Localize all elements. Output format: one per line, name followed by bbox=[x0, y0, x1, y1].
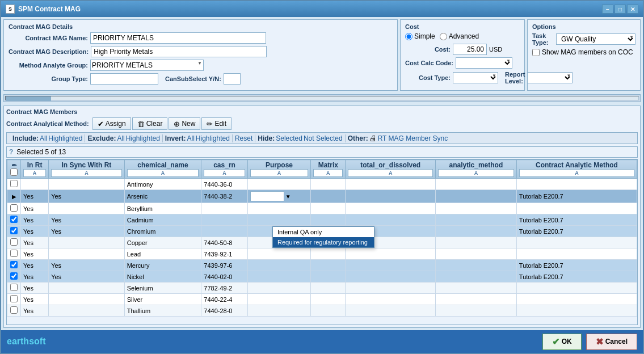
import-checkbox[interactable] bbox=[10, 284, 18, 291]
invert-all-link[interactable]: All bbox=[187, 134, 195, 142]
clear-button[interactable]: 🗑 Clear bbox=[132, 117, 168, 130]
chemical-filter[interactable]: A bbox=[127, 169, 199, 177]
purpose-cell[interactable]: ▼ bbox=[247, 190, 311, 203]
exclude-label: Exclude: bbox=[87, 134, 116, 142]
assign-icon: ✔ bbox=[98, 120, 104, 128]
task-type-select[interactable]: GW Quality bbox=[556, 33, 635, 45]
import-checkbox[interactable] bbox=[10, 261, 18, 268]
desc-input[interactable] bbox=[91, 46, 267, 57]
import-checkbox[interactable] bbox=[10, 295, 18, 302]
hide-selected-link[interactable]: Selected bbox=[276, 134, 302, 142]
table-row[interactable]: YesLead7439-92-1 bbox=[7, 248, 637, 260]
hide-not-selected-link[interactable]: Not Selected bbox=[304, 134, 343, 142]
options-section-title: Options bbox=[532, 23, 635, 30]
simple-radio-label[interactable]: Simple bbox=[405, 32, 435, 40]
import-checkbox[interactable] bbox=[10, 227, 18, 234]
in-sync-cell bbox=[49, 237, 125, 248]
selected-info-text: Selected 5 of 13 bbox=[16, 148, 66, 156]
in-rt-filter[interactable]: A bbox=[23, 169, 46, 177]
analytic-method-cell bbox=[435, 271, 516, 283]
calc-code-select[interactable] bbox=[456, 57, 512, 69]
horizontal-scrollbar[interactable] bbox=[3, 94, 641, 102]
import-checkbox[interactable] bbox=[10, 216, 18, 223]
purpose-cell[interactable] bbox=[247, 305, 311, 317]
matrix-filter[interactable]: A bbox=[313, 169, 343, 177]
import-checkbox[interactable] bbox=[10, 180, 18, 187]
chemical-name-cell: Cadmium bbox=[124, 214, 201, 226]
cancel-button[interactable]: ✖ Cancel bbox=[586, 334, 637, 350]
purpose-cell[interactable] bbox=[247, 248, 311, 260]
purpose-filter[interactable]: A bbox=[250, 169, 309, 177]
group-select[interactable]: PRIORITY METALS bbox=[90, 60, 204, 71]
exclude-highlighted-link[interactable]: Highlighted bbox=[126, 134, 160, 142]
purpose-cell[interactable] bbox=[247, 294, 311, 305]
include-all-link[interactable]: All bbox=[40, 134, 47, 142]
reset-group: Reset bbox=[233, 134, 255, 142]
cost-value-input[interactable] bbox=[453, 44, 487, 55]
cas-filter[interactable]: A bbox=[204, 169, 245, 177]
purpose-cell[interactable] bbox=[247, 203, 311, 214]
table-row[interactable]: YesThallium7440-28-0 bbox=[7, 305, 637, 317]
exclude-all-link[interactable]: All bbox=[117, 134, 124, 142]
select-all-checkbox[interactable] bbox=[10, 168, 18, 176]
members-table-wrap[interactable]: ✏ In Rt A In Sync With Rt A bbox=[6, 159, 638, 325]
reset-link[interactable]: Reset bbox=[235, 134, 252, 142]
purpose-cell[interactable] bbox=[247, 283, 311, 294]
purpose-cell[interactable] bbox=[247, 214, 311, 226]
close-button[interactable]: ✕ bbox=[627, 5, 638, 14]
analytic-filter[interactable]: A bbox=[438, 169, 514, 177]
in-rt-cell: Yes bbox=[21, 260, 49, 271]
ok-label: OK bbox=[562, 338, 572, 345]
import-checkbox[interactable] bbox=[10, 272, 18, 280]
purpose-dropdown-arrow[interactable]: ▼ bbox=[285, 193, 291, 200]
import-checkbox[interactable] bbox=[10, 250, 18, 257]
show-mag-label: Show MAG members on COC bbox=[542, 48, 633, 56]
purpose-cell[interactable] bbox=[247, 260, 311, 271]
maximize-button[interactable]: □ bbox=[614, 5, 626, 14]
desc-label: Contract MAG Description: bbox=[9, 48, 89, 55]
purpose-cell[interactable] bbox=[247, 179, 311, 190]
ok-button[interactable]: ✔ OK bbox=[542, 334, 582, 350]
cost-type-select[interactable] bbox=[453, 72, 498, 83]
advanced-radio[interactable] bbox=[440, 33, 447, 40]
table-row[interactable]: Antimony7440-36-0 bbox=[7, 179, 637, 190]
contract-analytic-filter[interactable]: A bbox=[519, 169, 634, 177]
name-input[interactable] bbox=[90, 32, 266, 44]
can-sub-input[interactable] bbox=[224, 73, 241, 85]
in-rt-cell: Yes bbox=[21, 226, 49, 237]
table-row[interactable]: ▶YesYesArsenic7440-38-2▼Tutorlab E200.7 bbox=[7, 190, 637, 203]
purpose-option-internal[interactable]: Internal QA only bbox=[273, 227, 374, 237]
simple-radio[interactable] bbox=[405, 33, 413, 40]
purpose-option-regulatory[interactable]: Required for regulatory reporting bbox=[273, 237, 374, 247]
invert-highlighted-link[interactable]: Highlighted bbox=[196, 134, 230, 142]
name-label: Contract MAG Name: bbox=[9, 35, 88, 41]
report-level-select[interactable] bbox=[527, 72, 573, 83]
table-row[interactable]: YesYesNickel7440-02-0Tutorlab E200.7 bbox=[7, 271, 637, 283]
show-mag-checkbox[interactable] bbox=[532, 49, 540, 56]
import-checkbox[interactable] bbox=[10, 238, 18, 246]
table-row[interactable]: YesYesMercury7439-97-6Tutorlab E200.7 bbox=[7, 260, 637, 271]
assign-button[interactable]: ✔ Assign bbox=[92, 117, 131, 130]
table-row[interactable]: YesSilver7440-22-4 bbox=[7, 294, 637, 305]
include-highlighted-link[interactable]: Highlighted bbox=[48, 134, 82, 142]
new-button[interactable]: ⊕ New bbox=[169, 117, 200, 130]
purpose-cell[interactable] bbox=[247, 271, 311, 283]
import-checkbox[interactable] bbox=[10, 204, 18, 212]
matrix-cell bbox=[311, 260, 346, 271]
minimize-button[interactable]: − bbox=[602, 5, 613, 14]
purpose-input[interactable] bbox=[250, 191, 284, 201]
table-row[interactable]: YesSelenium7782-49-2 bbox=[7, 283, 637, 294]
col-header-cas-rn: cas_rn A bbox=[201, 160, 248, 179]
row-indicator-cell: ▶ bbox=[7, 190, 21, 203]
table-row[interactable]: YesYesCadmiumTutorlab E200.7 bbox=[7, 214, 637, 226]
total-dissolved-cell bbox=[346, 305, 436, 317]
edit-button[interactable]: ✏ Edit bbox=[201, 117, 231, 130]
table-row[interactable]: YesBeryllium bbox=[7, 203, 637, 214]
in-sync-filter[interactable]: A bbox=[51, 169, 122, 177]
exclude-group: Exclude: All Highlighted bbox=[85, 134, 162, 142]
import-checkbox[interactable] bbox=[10, 306, 18, 314]
advanced-radio-label[interactable]: Advanced bbox=[440, 32, 479, 40]
group-type-input[interactable] bbox=[90, 73, 158, 85]
rt-sync-link[interactable]: RT MAG Member Sync bbox=[378, 134, 448, 142]
total-filter[interactable]: A bbox=[348, 169, 433, 177]
